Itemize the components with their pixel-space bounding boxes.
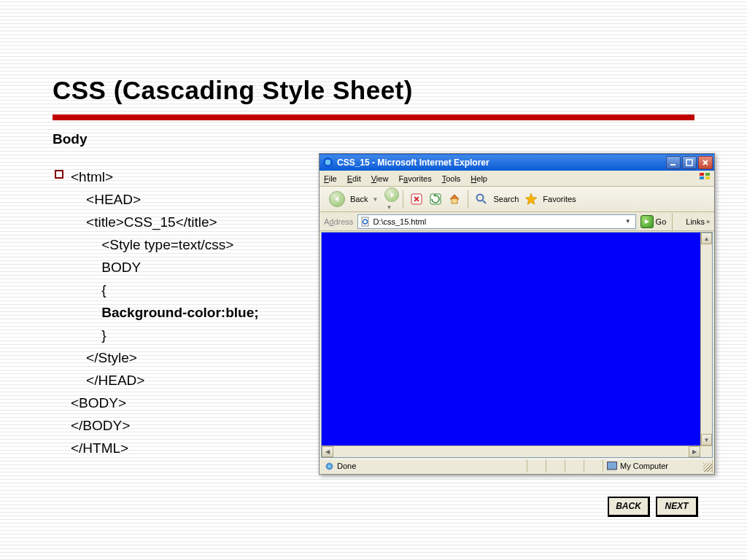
svg-point-4 <box>477 195 484 201</box>
status-cell <box>546 459 565 472</box>
refresh-icon[interactable] <box>428 192 443 206</box>
back-nav-button[interactable]: BACK <box>608 497 650 517</box>
menu-favorites[interactable]: Favorites <box>398 174 431 183</box>
back-label: Back <box>350 195 368 203</box>
search-icon <box>474 192 489 206</box>
favorites-button[interactable]: Favorites <box>543 195 576 203</box>
code-line: <title>CSS_15</title> <box>71 214 217 230</box>
svg-rect-0 <box>670 164 676 166</box>
address-path: D:\css_15.html <box>373 217 622 226</box>
code-line: <HEAD> <box>71 192 141 207</box>
go-label: Go <box>656 217 667 226</box>
address-bar: Address D:\css_15.html ▼ Go Links » <box>320 212 714 231</box>
forward-arrow-icon <box>384 187 399 202</box>
code-line-bold: Background-color:blue; <box>71 305 259 320</box>
stop-icon[interactable] <box>409 192 424 206</box>
status-cell <box>584 459 603 472</box>
chevron-down-icon: ▼ <box>372 196 378 203</box>
svg-rect-1 <box>686 160 692 166</box>
code-line: </Style> <box>71 350 137 365</box>
windows-logo-icon <box>698 172 711 182</box>
statusbar: Done My Computer <box>321 459 713 472</box>
back-button[interactable]: Back ▼ <box>324 190 383 209</box>
next-nav-button[interactable]: NEXT <box>656 497 698 517</box>
computer-icon <box>607 462 617 470</box>
title-underline <box>53 114 694 120</box>
scroll-left-icon[interactable]: ◀ <box>322 446 333 457</box>
window-title: CSS_15 - Microsoft Internet Explorer <box>337 158 489 168</box>
scroll-up-icon[interactable]: ▲ <box>701 233 712 244</box>
menu-help[interactable]: Help <box>471 174 487 183</box>
separator <box>672 213 673 230</box>
horizontal-scrollbar[interactable]: ◀ ▶ <box>322 446 712 457</box>
menu-edit[interactable]: Edit <box>347 174 361 183</box>
code-line: { <box>71 282 107 298</box>
menu-tools[interactable]: Tools <box>442 174 461 183</box>
bullet-icon <box>55 170 63 179</box>
go-button[interactable]: Go <box>640 215 667 228</box>
zone-label: My Computer <box>620 462 668 470</box>
ie-icon <box>322 157 333 168</box>
html-file-icon <box>360 217 371 227</box>
code-line: </BODY> <box>71 418 130 433</box>
back-arrow-icon <box>329 191 345 207</box>
separator <box>468 190 468 208</box>
close-button[interactable] <box>698 156 713 169</box>
code-line: BODY <box>71 260 141 275</box>
subheading: Body <box>53 131 88 147</box>
menu-file[interactable]: File <box>324 174 337 183</box>
slide-title: CSS (Cascading Style Sheet) <box>53 76 413 105</box>
code-line: <BODY> <box>71 395 126 411</box>
code-line: <html> <box>71 169 113 184</box>
status-main: Done <box>321 459 527 472</box>
maximize-button[interactable] <box>682 156 697 169</box>
home-icon[interactable] <box>447 192 462 206</box>
status-cell <box>565 459 584 472</box>
vertical-scrollbar[interactable]: ▲ ▼ <box>700 233 712 446</box>
resize-grip-icon[interactable] <box>703 463 712 472</box>
favorites-star-icon <box>524 192 538 206</box>
code-line: </HTML> <box>71 440 128 456</box>
page-content: ▲ ▼ ◀ ▶ <box>321 232 713 458</box>
toolbar: Back ▼ ▼ Search Favorites <box>320 187 714 212</box>
address-input[interactable]: D:\css_15.html ▼ <box>357 214 635 229</box>
minimize-button[interactable] <box>666 156 681 169</box>
search-button[interactable]: Search <box>493 195 519 203</box>
menubar: File Edit View Favorites Tools Help <box>320 171 714 187</box>
scroll-corner <box>700 446 712 457</box>
links-button[interactable]: Links » <box>686 217 710 226</box>
status-text: Done <box>337 462 356 470</box>
chevron-down-icon: ▼ <box>386 204 392 211</box>
status-cell <box>527 459 546 472</box>
forward-button[interactable]: ▼ <box>384 187 399 211</box>
code-line: <Style type=text/css> <box>71 237 233 252</box>
links-label: Links <box>686 217 705 226</box>
code-line: </HEAD> <box>71 373 144 388</box>
address-label: Address <box>324 217 353 226</box>
menu-view[interactable]: View <box>371 174 389 183</box>
chevron-down-icon[interactable]: ▼ <box>623 218 633 225</box>
scroll-right-icon[interactable]: ▶ <box>689 446 700 457</box>
chevron-right-icon: » <box>706 218 710 225</box>
separator <box>403 190 403 208</box>
scroll-down-icon[interactable]: ▼ <box>701 434 712 446</box>
code-block: <html> <HEAD> <title>CSS_15</title> <Sty… <box>71 166 259 459</box>
go-arrow-icon <box>640 215 654 228</box>
ie-small-icon <box>325 462 334 471</box>
code-line: } <box>71 327 107 343</box>
security-zone: My Computer <box>603 459 713 472</box>
titlebar: CSS_15 - Microsoft Internet Explorer <box>320 154 714 171</box>
ie-window: CSS_15 - Microsoft Internet Explorer Fil… <box>319 153 715 475</box>
